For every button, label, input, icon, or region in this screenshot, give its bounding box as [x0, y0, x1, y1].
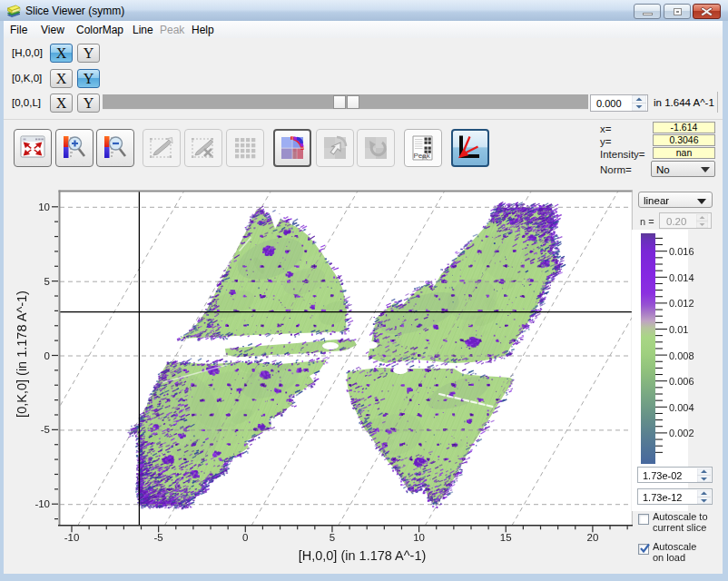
- svg-text:-5: -5: [41, 424, 50, 435]
- svg-text:20: 20: [587, 532, 599, 543]
- svg-text:5: 5: [330, 532, 335, 543]
- svg-text:-10: -10: [34, 498, 50, 509]
- svg-text:0: 0: [242, 532, 248, 543]
- svg-text:0: 0: [44, 350, 50, 361]
- svg-text:[H,0,0] (in 1.178 A^-1): [H,0,0] (in 1.178 A^-1): [299, 548, 427, 563]
- svg-text:10: 10: [38, 202, 50, 212]
- svg-text:-10: -10: [64, 532, 80, 543]
- svg-text:10: 10: [413, 532, 425, 543]
- svg-text:15: 15: [500, 532, 512, 543]
- svg-text:Peak: Peak: [414, 152, 431, 160]
- svg-text:-5: -5: [154, 532, 163, 543]
- svg-text:5: 5: [44, 276, 50, 287]
- svg-text:[0,K,0] (in 1.178 A^-1): [0,K,0] (in 1.178 A^-1): [15, 290, 29, 418]
